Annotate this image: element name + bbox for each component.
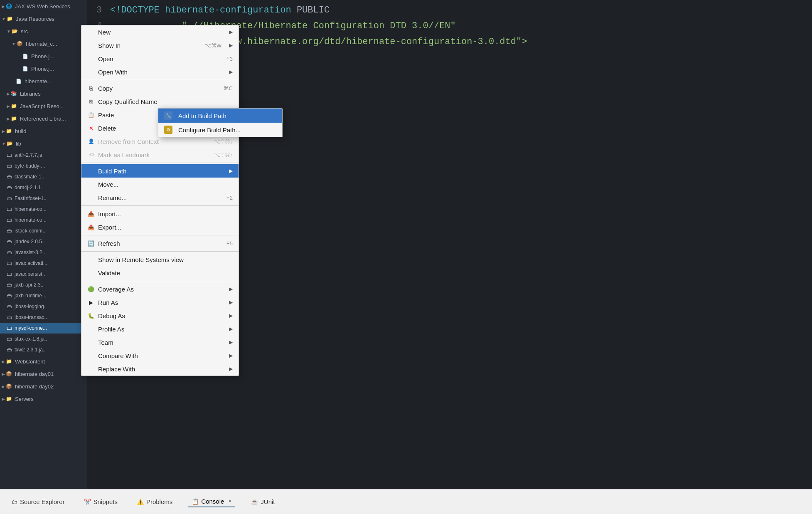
tab-junit[interactable]: ☕ JUnit xyxy=(248,497,278,507)
tree-item-antlr[interactable]: 🗃 antlr-2.7.7.ja xyxy=(0,150,87,161)
tree-item-phone1[interactable]: 📄 Phone.j... xyxy=(0,50,87,62)
tree-item-phone2[interactable]: 📄 Phone.j... xyxy=(0,62,87,75)
tree-item-jaxb-runtime[interactable]: 🗃 jaxb-runtime-.. xyxy=(0,290,87,301)
tree-arrow: ▶ xyxy=(2,384,5,389)
tree-label: Phone.j... xyxy=(31,53,54,59)
menu-item-run-as[interactable]: ▶ Run As ▶ xyxy=(81,296,239,309)
submenu-arrow: ▶ xyxy=(229,313,233,319)
menu-label: Refresh xyxy=(98,240,120,247)
menu-item-open-with[interactable]: Open With ▶ xyxy=(81,65,239,79)
menu-label: Move... xyxy=(98,181,118,188)
remove-icon: 👤 xyxy=(87,138,95,145)
tree-item-fastinfoset[interactable]: 🗃 FastInfoset-1.. xyxy=(0,193,87,204)
tab-snippets[interactable]: ✂️ Snippets xyxy=(81,497,121,507)
menu-label: Mark as Landmark xyxy=(98,151,150,158)
lib-icon: 📚 xyxy=(11,91,17,96)
tree-item-hibernate-day02[interactable]: ▶ 📦 hibernate day02 xyxy=(0,380,87,393)
submenu-item-configure-build-path[interactable]: ⚙ Configure Build Path... xyxy=(158,123,282,137)
menu-item-copy[interactable]: ⎘ Copy ⌘C xyxy=(81,82,239,95)
tree-item-hibernate-core2[interactable]: 🗃 hibernate-co... xyxy=(0,215,87,225)
junit-icon: ☕ xyxy=(251,499,258,505)
tree-item-webcontent[interactable]: ▶ 📁 WebContent xyxy=(0,355,87,368)
tree-item-javassist[interactable]: 🗃 javassist-3.2.. xyxy=(0,247,87,258)
menu-item-validate[interactable]: Validate xyxy=(81,266,239,279)
menu-label: Paste xyxy=(98,111,114,119)
context-menu: New ▶ Show In ⌥⌘W ▶ Open F3 Open With ▶ … xyxy=(81,25,239,376)
menu-item-refresh[interactable]: 🔄 Refresh F5 xyxy=(81,237,239,250)
menu-item-build-path[interactable]: Build Path ▶ xyxy=(81,164,239,178)
tab-console[interactable]: 📋 Console ✕ xyxy=(188,496,235,507)
tree-item-txw2[interactable]: 🗃 txw2-2.3.1.ja.. xyxy=(0,344,87,355)
jar-icon: 🗃 xyxy=(7,325,12,331)
menu-label: Coverage As xyxy=(98,286,134,293)
tree-item-hibernate-xml[interactable]: 📄 hibernate.. xyxy=(0,75,87,87)
menu-item-open[interactable]: Open F3 xyxy=(81,52,239,65)
tree-item-java-resources[interactable]: ▼ 📁 Java Resources xyxy=(0,12,87,25)
tab-problems[interactable]: ⚠️ Problems xyxy=(133,497,176,507)
tree-item-build[interactable]: ▶ 📁 build xyxy=(0,125,87,137)
tree-item-javax-persist[interactable]: 🗃 javax.persist.. xyxy=(0,269,87,279)
tree-item-referenced[interactable]: ▶ 📁 Referenced Libra... xyxy=(0,112,87,125)
tree-item-hbernate[interactable]: ▼ 📦 hbernate_c... xyxy=(0,37,87,50)
menu-label: Copy Qualified Name xyxy=(98,98,157,105)
tree-item-jaxws[interactable]: ▶ 🌐 JAX-WS Web Services xyxy=(0,0,87,12)
tree-item-bytebuddy[interactable]: 🗃 byte-buddy-... xyxy=(0,161,87,171)
tab-source-explorer[interactable]: 🗂 Source Explorer xyxy=(8,497,68,507)
close-icon[interactable]: ✕ xyxy=(228,499,232,504)
tree-item-jboss-transac[interactable]: 🗃 jboss-transac.. xyxy=(0,312,87,323)
tree-item-jaxb-api[interactable]: 🗃 jaxb-api-2.3.. xyxy=(0,279,87,290)
tree-item-lib[interactable]: ▼ 📂 lib xyxy=(0,137,87,150)
menu-item-debug-as[interactable]: 🐛 Debug As ▶ xyxy=(81,309,239,322)
tree-arrow: ▼ xyxy=(12,42,16,46)
tree-label: FastInfoset-1.. xyxy=(15,195,47,201)
tree-item-classmate[interactable]: 🗃 classmate-1.. xyxy=(0,171,87,182)
menu-item-copy-qualified[interactable]: ⎘ Copy Qualified Name xyxy=(81,95,239,108)
tree-item-stax[interactable]: 🗃 stax-ex-1.8.ja.. xyxy=(0,334,87,344)
menu-item-export[interactable]: 📤 Export... xyxy=(81,220,239,234)
tree-label: mysql-conne... xyxy=(15,325,47,331)
tree-item-mysql[interactable]: 🗃 mysql-conne... xyxy=(0,323,87,334)
submenu-arrow: ▶ xyxy=(229,42,233,48)
tree-arrow: ▶ xyxy=(2,129,5,133)
menu-item-show-remote[interactable]: Show in Remote Systems view xyxy=(81,253,239,266)
tree-item-dom4j[interactable]: 🗃 dom4j-2.1.1.. xyxy=(0,182,87,193)
tree-item-jboss-logging[interactable]: 🗃 jboss-logging.. xyxy=(0,301,87,312)
jar-icon: 🗃 xyxy=(7,282,12,288)
menu-item-compare-with[interactable]: Compare With ▶ xyxy=(81,349,239,362)
menu-item-replace-with[interactable]: Replace With ▶ xyxy=(81,362,239,376)
tree-item-js[interactable]: ▶ 📁 JavaScript Reso... xyxy=(0,100,87,112)
menu-item-import[interactable]: 📥 Import... xyxy=(81,207,239,220)
folder-icon: 📂 xyxy=(12,28,18,34)
tree-item-jandex[interactable]: 🗃 jandex-2.0.5.. xyxy=(0,236,87,247)
tree-label: JavaScript Reso... xyxy=(20,103,64,109)
menu-label: Replace With xyxy=(98,366,135,373)
compare-icon xyxy=(87,352,95,359)
tree-item-libraries[interactable]: ▶ 📚 Libraries xyxy=(0,87,87,100)
xml-icon: 📄 xyxy=(22,66,28,72)
tree-item-javax-activation[interactable]: 🗃 javax.activati... xyxy=(0,258,87,269)
bottom-bar: 🗂 Source Explorer ✂️ Snippets ⚠️ Problem… xyxy=(0,489,812,514)
move-icon xyxy=(87,180,95,188)
menu-label: Delete xyxy=(98,125,116,132)
open-icon xyxy=(87,55,95,62)
tree-item-servers[interactable]: ▶ 📁 Servers xyxy=(0,393,87,405)
menu-item-profile-as[interactable]: Profile As ▶ xyxy=(81,322,239,336)
code-line-3: 3 <!DOCTYPE hibernate-configuration PUBL… xyxy=(89,2,812,18)
tree-label: jaxb-runtime-.. xyxy=(15,293,47,299)
tree-label: hibernate day01 xyxy=(15,371,54,377)
tree-item-hibernate-core1[interactable]: 🗃 hibernate-co... xyxy=(0,204,87,215)
menu-item-show-in[interactable]: Show In ⌥⌘W ▶ xyxy=(81,39,239,52)
menu-item-new[interactable]: New ▶ xyxy=(81,25,239,39)
menu-item-move[interactable]: Move... xyxy=(81,178,239,191)
menu-label: Remove from Context xyxy=(98,138,159,145)
submenu-item-add-build-path[interactable]: 🔧 Add to Build Path xyxy=(158,109,282,123)
menu-item-coverage-as[interactable]: 🟢 Coverage As ▶ xyxy=(81,282,239,296)
menu-label: Build Path xyxy=(98,168,126,175)
tree-item-istack[interactable]: 🗃 istack-comm.. xyxy=(0,225,87,236)
menu-item-mark-landmark[interactable]: 🏷 Mark as Landmark ⌥⇧⌘↑ xyxy=(81,148,239,161)
jar-icon: 🗃 xyxy=(7,163,12,169)
tree-item-src[interactable]: ▼ 📂 src xyxy=(0,25,87,37)
tree-item-hibernate-day01[interactable]: ▶ 📦 hibernate day01 xyxy=(0,368,87,380)
menu-item-team[interactable]: Team ▶ xyxy=(81,336,239,349)
menu-item-rename[interactable]: Rename... F2 xyxy=(81,191,239,204)
